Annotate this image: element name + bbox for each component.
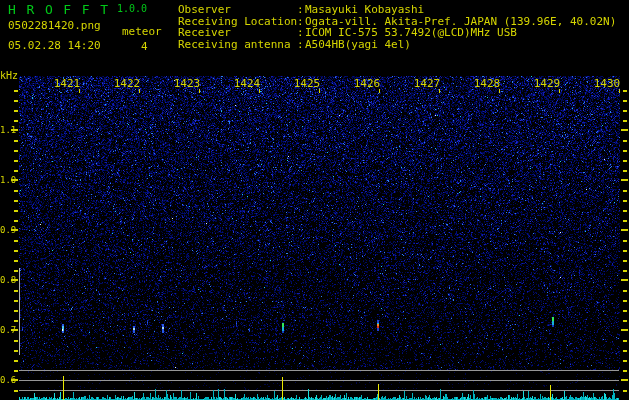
info-row: Observer:Masayuki Kobayashi <box>178 4 616 16</box>
info-separator: : <box>297 27 305 38</box>
time-tick-label: 1426 <box>353 78 381 90</box>
info-value: A504HB(yagi 4el) <box>305 39 411 50</box>
spectrogram-canvas <box>0 0 629 400</box>
info-separator: : <box>297 39 305 50</box>
meteor-count-value: 4 <box>141 41 148 52</box>
time-tick-label: 1430 <box>593 78 621 90</box>
frequency-tick-label: 0.9 <box>0 225 13 235</box>
observation-info: Observer:Masayuki KobayashiReceiving Loc… <box>178 4 616 50</box>
time-tick-label: 1421 <box>53 78 81 90</box>
hrofft-output-window: H R O F F T 1.0.0 0502281420.png meteor … <box>0 0 629 400</box>
frequency-tick-label: 1.0 <box>0 175 13 185</box>
mode-label: meteor <box>122 26 162 37</box>
output-filename: 0502281420.png <box>8 20 101 31</box>
time-tick-label: 1427 <box>413 78 441 90</box>
info-value: Ogata-vill. Akita-Pref. JAPAN (139.96E, … <box>305 16 616 27</box>
time-tick-label: 1423 <box>173 78 201 90</box>
frequency-tick-label: 0.8 <box>0 275 13 285</box>
info-label: Receiver <box>178 27 297 38</box>
info-value: ICOM IC-575 53.7492(@LCD)MHz USB <box>305 27 517 38</box>
info-label: Observer <box>178 4 297 15</box>
frequency-tick-label: 1.1 <box>0 125 13 135</box>
time-tick-label: 1429 <box>533 78 561 90</box>
info-row: Receiving antenna:A504HB(yagi 4el) <box>178 39 616 51</box>
info-separator: : <box>297 4 305 15</box>
observation-datetime: 05.02.28 14:20 <box>8 40 101 51</box>
time-tick-label: 1425 <box>293 78 321 90</box>
time-tick-label: 1428 <box>473 78 501 90</box>
info-label: Receiving antenna <box>178 39 297 50</box>
info-row: Receiver:ICOM IC-575 53.7492(@LCD)MHz US… <box>178 27 616 39</box>
time-tick-label: 1424 <box>233 78 261 90</box>
info-value: Masayuki Kobayashi <box>305 4 424 15</box>
info-label: Receiving Location <box>178 16 297 27</box>
frequency-tick-label: 0.6 <box>0 375 13 385</box>
app-version: 1.0.0 <box>117 4 147 14</box>
y-axis-unit-label: kHz <box>0 71 18 81</box>
info-separator: : <box>297 16 305 27</box>
time-tick-label: 1422 <box>113 78 141 90</box>
app-title: H R O F F T <box>8 3 110 16</box>
frequency-tick-label: 0.7 <box>0 325 13 335</box>
